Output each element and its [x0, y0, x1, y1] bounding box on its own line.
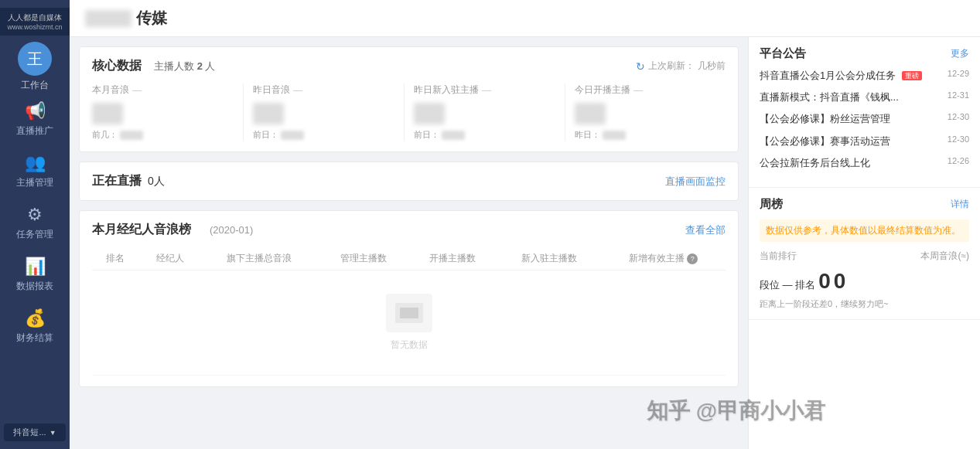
metrics-row: 本月音浪 — 前几：	[92, 83, 726, 141]
sidebar-item-task-mgmt[interactable]: ⚙ 任务管理	[0, 197, 70, 249]
compare-blur	[603, 131, 626, 140]
weekly-detail-button[interactable]: 详情	[951, 198, 969, 211]
refresh-area: ↻ 上次刷新： 几秒前	[636, 60, 726, 73]
page-header: 传媒	[70, 0, 980, 37]
no-data-cell: 暂无数据	[92, 270, 726, 376]
sidebar-item-finance[interactable]: 💰 财务结算	[0, 301, 70, 352]
sidebar-item-label: 任务管理	[16, 228, 53, 241]
rank-header: 本月经纪人音浪榜 (2020-01) 查看全部	[92, 222, 726, 238]
chevron-down-icon: ▼	[50, 429, 56, 437]
compare-blur	[281, 131, 304, 140]
metric-today-live: 今日开播主播 — 昨日：	[565, 83, 726, 141]
sidebar: 人人都是自媒体 www.woshizmt.cn 王 工作台 📢 直播推广 👥 主…	[0, 0, 70, 449]
notice-item[interactable]: 公会拉新任务后台线上化 12-26	[760, 156, 969, 170]
rank-num-2: 0	[834, 269, 846, 294]
weekly-rank-row: 当前排行 本周音浪(≈)	[760, 250, 969, 263]
core-data-card: 核心数据 主播人数 2 人 ↻ 上次刷新： 几秒前	[79, 46, 739, 152]
people-icon: 👥	[25, 153, 46, 173]
money-icon: 💰	[25, 308, 46, 328]
notices-header: 平台公告 更多	[760, 46, 969, 61]
streamer-count-label: 主播人数 2 人	[154, 60, 215, 73]
banner-title: 人人都是自媒体	[3, 12, 67, 23]
metric-new-streamers: 昨日新入驻主播 — 前日：	[405, 83, 565, 141]
sidebar-item-label: 主播管理	[16, 176, 53, 189]
sidebar-item-streamer-mgmt[interactable]: 👥 主播管理	[0, 145, 70, 197]
notices-section: 平台公告 更多 抖音直播公会1月公会分成任务 重磅 12-29 直播新模式：抖音…	[749, 37, 980, 188]
avatar: 王	[18, 42, 52, 76]
main-content: 传媒 核心数据 主播人数 2 人 ↻	[70, 0, 980, 449]
segment-label: 段位 — 排名	[760, 278, 815, 292]
weekly-wave-label: 本周音浪(≈)	[920, 250, 969, 263]
live-count: 0人	[148, 175, 165, 189]
rank-date: (2020-01)	[210, 224, 253, 236]
platform-dropdown-label: 抖音短...	[13, 427, 46, 438]
notice-badge: 重磅	[902, 71, 922, 80]
weekly-note: 数据仅供参考，具体数值以最终结算数值为准。	[760, 219, 969, 242]
col-agent: 经纪人	[139, 247, 200, 270]
refresh-icon[interactable]: ↻	[636, 60, 645, 73]
metric-value-blur	[253, 103, 284, 124]
col-new-effective: 新增有效主播 ?	[601, 247, 726, 270]
col-new-join: 新入驻主播数	[497, 247, 601, 270]
rank-title: 本月经纪人音浪榜	[92, 222, 191, 238]
sidebar-item-data-report[interactable]: 📊 数据报表	[0, 249, 70, 301]
weekly-hint: 距离上一阶段还差0，继续努力吧~	[760, 298, 969, 310]
workbench-label: 工作台	[21, 79, 49, 92]
sidebar-banner: 人人都是自媒体 www.woshizmt.cn	[0, 8, 70, 36]
rank-table: 排名 经纪人 旗下主播总音浪 管理主播数 开播主播数 新入驻主播数 新增有效主播…	[92, 247, 726, 376]
live-card: 正在直播 0人 直播画面监控	[79, 162, 739, 201]
sidebar-item-label: 财务结算	[16, 332, 53, 345]
metric-monthly-wave: 本月音浪 — 前几：	[92, 83, 244, 141]
compare-blur	[120, 131, 143, 140]
col-live-count: 开播主播数	[408, 247, 497, 270]
notice-item[interactable]: 【公会必修课】赛事活动运营 12-30	[760, 134, 969, 148]
platform-dropdown[interactable]: 抖音短... ▼	[4, 423, 66, 441]
weekly-rank-section: 周榜 详情 数据仅供参考，具体数值以最终结算数值为准。 当前排行 本周音浪(≈)…	[749, 188, 980, 320]
notices-more-button[interactable]: 更多	[951, 47, 969, 60]
weekly-rank-numbers: 段位 — 排名 0 0	[760, 269, 969, 294]
live-title: 正在直播	[92, 173, 142, 189]
weekly-rank-header: 周榜 详情	[760, 197, 969, 212]
metric-yesterday-wave: 昨日音浪 — 前日：	[244, 83, 405, 141]
table-row: 暂无数据	[92, 270, 726, 376]
gear-icon: ⚙	[27, 205, 43, 225]
metric-value-blur	[575, 103, 606, 124]
content-area: 核心数据 主播人数 2 人 ↻ 上次刷新： 几秒前	[70, 37, 980, 449]
metric-value-blur	[92, 103, 123, 124]
chart-icon: 📊	[25, 257, 46, 277]
megaphone-icon: 📢	[25, 101, 46, 121]
notice-item[interactable]: 抖音直播公会1月公会分成任务 重磅 12-29	[760, 69, 969, 83]
rank-num-1: 0	[818, 269, 831, 294]
svg-rect-1	[400, 308, 418, 318]
col-manage-count: 管理主播数	[319, 247, 408, 270]
sidebar-item-live-promo[interactable]: 📢 直播推广	[0, 94, 70, 145]
sidebar-item-label: 直播推广	[16, 124, 53, 138]
weekly-rank-title: 周榜	[760, 197, 783, 212]
rank-view-all-button[interactable]: 查看全部	[685, 223, 726, 237]
notice-item[interactable]: 直播新模式：抖音直播《钱枫... 12-31	[760, 90, 969, 104]
sidebar-item-label: 数据报表	[16, 280, 53, 293]
core-data-header: 核心数据 主播人数 2 人 ↻ 上次刷新： 几秒前	[92, 58, 726, 74]
current-rank-label: 当前排行	[760, 250, 797, 263]
no-data-image	[386, 294, 432, 332]
banner-url: www.woshizmt.cn	[3, 23, 67, 31]
live-monitor-button[interactable]: 直播画面监控	[665, 175, 726, 189]
no-data-text: 暂无数据	[114, 338, 704, 352]
metric-value-blur	[414, 103, 445, 124]
notice-item[interactable]: 【公会必修课】粉丝运营管理 12-30	[760, 112, 969, 126]
col-total-wave: 旗下主播总音浪	[200, 247, 318, 270]
compare-blur	[442, 131, 465, 140]
info-icon[interactable]: ?	[687, 253, 698, 264]
right-panel: 平台公告 更多 抖音直播公会1月公会分成任务 重磅 12-29 直播新模式：抖音…	[748, 37, 980, 449]
left-panel: 核心数据 主播人数 2 人 ↻ 上次刷新： 几秒前	[70, 37, 748, 449]
rank-card: 本月经纪人音浪榜 (2020-01) 查看全部 排名 经纪人 旗下主播总音浪 管…	[79, 210, 739, 387]
core-data-title: 核心数据	[92, 58, 142, 74]
col-rank: 排名	[92, 247, 139, 270]
notices-title: 平台公告	[760, 46, 806, 61]
company-name: 传媒	[136, 8, 167, 29]
company-blur	[85, 10, 131, 27]
